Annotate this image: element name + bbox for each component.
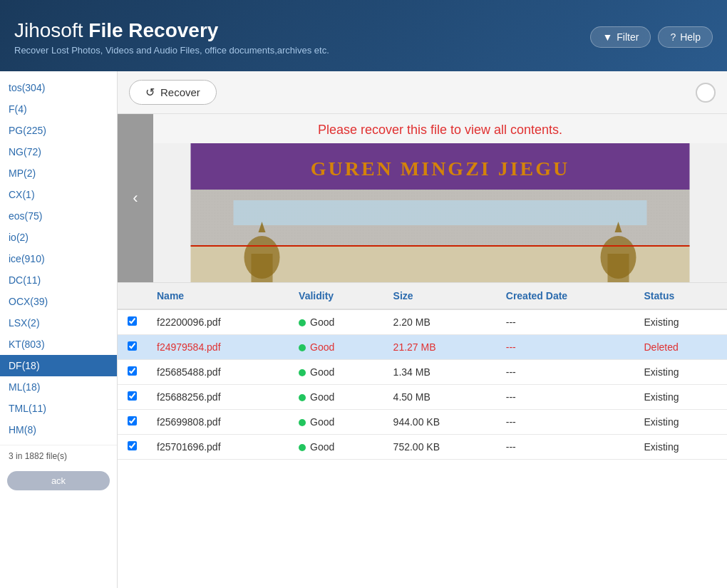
recover-icon: ↺ [145, 86, 155, 99]
row-name: f22200096.pdf [147, 309, 289, 335]
back-label: ack [51, 475, 66, 486]
row-checkbox[interactable] [128, 441, 137, 450]
sidebar-item-io2[interactable]: io(2) [0, 227, 117, 248]
sidebar-item-ocx39[interactable]: OCX(39) [0, 291, 117, 312]
row-checkbox-cell [118, 385, 147, 410]
row-validity: Good [289, 385, 383, 410]
row-checkbox-cell [118, 410, 147, 435]
svg-rect-9 [608, 254, 629, 282]
sidebar-item-hm8[interactable]: HM(8) [0, 419, 117, 440]
row-checkbox-cell [118, 309, 147, 335]
validity-dot [299, 419, 306, 426]
svg-text:GUREN MINGZI JIEGU: GUREN MINGZI JIEGU [311, 158, 570, 180]
row-size: 2.20 MB [383, 309, 496, 335]
filter-icon: ▼ [602, 31, 612, 43]
row-created: --- [496, 385, 634, 410]
row-created: --- [496, 335, 634, 360]
header-branding: Jihosoft File Recovery Recover Lost Phot… [14, 19, 329, 56]
row-checkbox[interactable] [128, 341, 137, 351]
row-status: Existing [634, 410, 727, 435]
col-checkbox [118, 283, 147, 309]
row-checkbox[interactable] [128, 391, 137, 401]
svg-rect-12 [191, 245, 690, 247]
sidebar-item-pg225[interactable]: PG(225) [0, 120, 117, 141]
table-header: Name Validity Size Created Date Status [118, 283, 727, 309]
preview-image-area: GUREN MINGZI JIEGU [153, 143, 727, 282]
row-checkbox-cell [118, 335, 147, 360]
row-created: --- [496, 360, 634, 385]
row-status: Existing [634, 360, 727, 385]
sidebar-item-f4[interactable]: F(4) [0, 98, 117, 120]
preview-section: ‹ Please recover this file to view all c… [118, 114, 727, 283]
content-area: ↺ Recover ‹ Please recover this file to … [118, 71, 727, 588]
row-status: Existing [634, 309, 727, 335]
filter-label: Filter [617, 31, 639, 43]
search-circle[interactable] [696, 83, 716, 103]
sidebar-item-ng72[interactable]: NG(72) [0, 141, 117, 163]
recover-button[interactable]: ↺ Recover [129, 80, 217, 105]
row-validity: Good [289, 309, 383, 335]
row-checkbox[interactable] [128, 316, 137, 326]
file-table-wrapper: Name Validity Size Created Date Status f… [118, 283, 727, 588]
row-size: 944.00 KB [383, 410, 496, 435]
sidebar-footer: 3 in 1882 file(s) [0, 445, 117, 467]
row-checkbox[interactable] [128, 416, 137, 425]
sidebar: tos(304)F(4)PG(225)NG(72)MP(2)CX(1)eos(7… [0, 71, 118, 588]
header-actions: ▼ Filter ? Help [590, 26, 713, 48]
app-title: Jihosoft File Recovery [14, 19, 329, 42]
file-table: Name Validity Size Created Date Status f… [118, 283, 727, 460]
sidebar-item-lsx2[interactable]: LSX(2) [0, 312, 117, 334]
sidebar-item-dc11[interactable]: DC(11) [0, 269, 117, 291]
row-size: 1.34 MB [383, 360, 496, 385]
row-name: f25688256.pdf [147, 385, 289, 410]
sidebar-item-eos75[interactable]: eos(75) [0, 205, 117, 227]
main-layout: tos(304)F(4)PG(225)NG(72)MP(2)CX(1)eos(7… [0, 71, 727, 588]
prev-nav-button[interactable]: ‹ [118, 114, 153, 282]
row-created: --- [496, 309, 634, 335]
header-subtitle: Recover Lost Photos, Videos and Audio Fi… [14, 45, 329, 56]
brand-name: Jihosoft [14, 19, 83, 41]
validity-dot [299, 319, 306, 326]
sidebar-item-mp2[interactable]: MP(2) [0, 163, 117, 184]
col-status: Status [634, 283, 727, 309]
col-validity: Validity [289, 283, 383, 309]
app-header: Jihosoft File Recovery Recover Lost Phot… [0, 0, 727, 71]
chevron-left-icon: ‹ [133, 189, 138, 207]
row-created: --- [496, 435, 634, 460]
validity-dot [299, 394, 306, 401]
row-validity: Good [289, 360, 383, 385]
row-name: f24979584.pdf [147, 335, 289, 360]
toolbar: ↺ Recover [118, 71, 727, 114]
table-row[interactable]: f25699808.pdfGood944.00 KB---Existing [118, 410, 727, 435]
sidebar-item-tml11[interactable]: TML(11) [0, 398, 117, 419]
back-button[interactable]: ack [7, 471, 110, 490]
row-size: 21.27 MB [383, 335, 496, 360]
table-body: f22200096.pdfGood2.20 MB---Existingf2497… [118, 309, 727, 460]
help-icon: ? [670, 31, 676, 43]
sidebar-item-df18[interactable]: DF(18) [0, 355, 117, 376]
sidebar-item-ice910[interactable]: ice(910) [0, 248, 117, 269]
col-size: Size [383, 283, 496, 309]
table-row[interactable]: f25688256.pdfGood4.50 MB---Existing [118, 385, 727, 410]
validity-dot [299, 369, 306, 376]
validity-dot [299, 344, 306, 351]
sidebar-item-cx1[interactable]: CX(1) [0, 184, 117, 205]
preview-notice: Please recover this file to view all con… [153, 114, 727, 143]
row-validity: Good [289, 435, 383, 460]
sidebar-item-tos[interactable]: tos(304) [0, 77, 117, 98]
row-size: 752.00 KB [383, 435, 496, 460]
svg-rect-4 [234, 200, 647, 225]
table-row[interactable]: f22200096.pdfGood2.20 MB---Existing [118, 309, 727, 335]
filter-button[interactable]: ▼ Filter [590, 26, 651, 48]
row-checkbox[interactable] [128, 366, 137, 376]
product-name: File Recovery [88, 19, 218, 41]
table-row[interactable]: f24979584.pdfGood21.27 MB---Deleted [118, 335, 727, 360]
help-button[interactable]: ? Help [658, 26, 713, 48]
row-name: f25701696.pdf [147, 435, 289, 460]
validity-dot [299, 444, 306, 451]
sidebar-item-kt803[interactable]: KT(803) [0, 334, 117, 355]
table-row[interactable]: f25685488.pdfGood1.34 MB---Existing [118, 360, 727, 385]
row-validity: Good [289, 335, 383, 360]
table-row[interactable]: f25701696.pdfGood752.00 KB---Existing [118, 435, 727, 460]
sidebar-item-ml18[interactable]: ML(18) [0, 376, 117, 398]
